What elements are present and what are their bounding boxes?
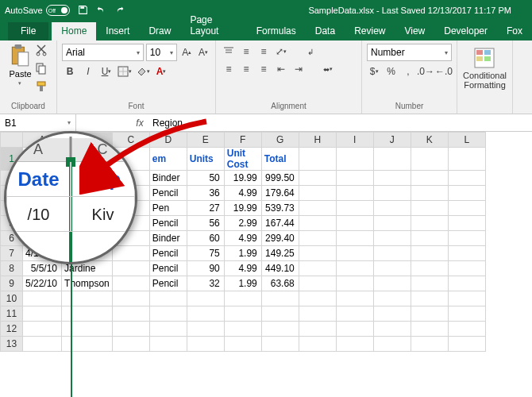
- cell-I9[interactable]: [336, 276, 373, 291]
- cell-H1[interactable]: [299, 148, 336, 171]
- cell-D13[interactable]: [149, 337, 187, 352]
- cell-K13[interactable]: [411, 337, 448, 352]
- cell-L3[interactable]: [448, 186, 485, 201]
- cell-E6[interactable]: 60: [187, 231, 224, 246]
- cell-L10[interactable]: [448, 291, 485, 306]
- cell-H4[interactable]: [299, 201, 336, 216]
- percent-button[interactable]: %: [384, 64, 398, 79]
- col-header-I[interactable]: I: [336, 133, 373, 148]
- cell-H10[interactable]: [299, 291, 336, 306]
- cell-B9[interactable]: Thompson: [62, 276, 113, 291]
- cell-G13[interactable]: [261, 337, 299, 352]
- cell-L7[interactable]: [448, 246, 485, 261]
- cell-F1[interactable]: Unit Cost: [224, 148, 261, 171]
- fx-icon[interactable]: fx: [132, 118, 148, 129]
- cell-D11[interactable]: [149, 306, 187, 322]
- increase-indent-icon[interactable]: ⇥: [291, 61, 306, 77]
- cell-J3[interactable]: [373, 186, 411, 201]
- cell-L12[interactable]: [448, 322, 485, 337]
- cell-H9[interactable]: [299, 276, 336, 291]
- cell-E1[interactable]: Units: [187, 148, 224, 171]
- cell-F8[interactable]: 4.99: [224, 261, 261, 276]
- cell-E5[interactable]: 56: [187, 216, 224, 231]
- cell-A10[interactable]: [23, 291, 62, 306]
- cell-L4[interactable]: [448, 201, 485, 216]
- cell-F10[interactable]: [224, 291, 261, 306]
- cell-I10[interactable]: [336, 291, 373, 306]
- cell-H8[interactable]: [299, 261, 336, 276]
- cell-B10[interactable]: [62, 291, 113, 306]
- cell-I1[interactable]: [336, 148, 373, 171]
- cell-K9[interactable]: [411, 276, 448, 291]
- cell-G7[interactable]: 149.25: [261, 246, 299, 261]
- cell-E9[interactable]: 32: [187, 276, 224, 291]
- copy-icon[interactable]: [35, 62, 48, 78]
- col-header-J[interactable]: J: [373, 133, 411, 148]
- cell-C13[interactable]: [112, 337, 149, 352]
- cell-H7[interactable]: [299, 246, 336, 261]
- row-header-9[interactable]: 9: [1, 276, 23, 291]
- cell-J10[interactable]: [373, 291, 411, 306]
- conditional-formatting-button[interactable]: Conditional Formatting: [463, 47, 507, 90]
- tab-home[interactable]: Home: [52, 22, 96, 40]
- cell-I13[interactable]: [336, 337, 373, 352]
- cell-D7[interactable]: Pencil: [149, 246, 187, 261]
- cell-C11[interactable]: [112, 306, 149, 322]
- cell-G4[interactable]: 539.73: [261, 201, 299, 216]
- cell-F5[interactable]: 2.99: [224, 216, 261, 231]
- cell-G5[interactable]: 167.44: [261, 216, 299, 231]
- cell-H3[interactable]: [299, 186, 336, 201]
- cell-F6[interactable]: 4.99: [224, 231, 261, 246]
- orientation-icon[interactable]: ⤢▾: [273, 44, 289, 60]
- cell-I3[interactable]: [336, 186, 373, 201]
- cell-I4[interactable]: [336, 201, 373, 216]
- cell-H12[interactable]: [299, 322, 336, 337]
- cell-K6[interactable]: [411, 231, 448, 246]
- cell-A9[interactable]: 5/22/10: [23, 276, 62, 291]
- bold-button[interactable]: B: [62, 64, 78, 79]
- formula-bar[interactable]: Region: [148, 118, 532, 129]
- cell-L5[interactable]: [448, 216, 485, 231]
- cell-K2[interactable]: [411, 171, 448, 186]
- italic-button[interactable]: I: [80, 64, 96, 79]
- cell-C7[interactable]: [112, 246, 149, 261]
- cell-G1[interactable]: Total: [261, 148, 299, 171]
- cell-G10[interactable]: [261, 291, 299, 306]
- number-format-combo[interactable]: Number▾: [367, 44, 452, 61]
- cut-icon[interactable]: [35, 44, 48, 60]
- tab-data[interactable]: Data: [306, 22, 345, 40]
- align-middle-icon[interactable]: ≡: [238, 44, 254, 60]
- save-icon[interactable]: [78, 5, 88, 17]
- cell-D5[interactable]: Pencil: [149, 216, 187, 231]
- tab-view[interactable]: View: [395, 22, 434, 40]
- cell-A8[interactable]: 5/5/10: [23, 261, 62, 276]
- align-center-icon[interactable]: ≡: [238, 61, 254, 77]
- currency-button[interactable]: $▾: [367, 64, 381, 79]
- cell-E2[interactable]: 50: [187, 171, 224, 186]
- cell-L6[interactable]: [448, 231, 485, 246]
- cell-B13[interactable]: [62, 337, 113, 352]
- cell-I12[interactable]: [336, 322, 373, 337]
- font-color-button[interactable]: A▾: [153, 64, 169, 79]
- col-header-F[interactable]: F: [224, 133, 261, 148]
- cell-D10[interactable]: [149, 291, 187, 306]
- row-header-13[interactable]: 13: [1, 337, 23, 352]
- increase-font-icon[interactable]: A▴: [179, 45, 194, 60]
- cell-L2[interactable]: [448, 171, 485, 186]
- col-header-E[interactable]: E: [187, 133, 224, 148]
- cell-G8[interactable]: 449.10: [261, 261, 299, 276]
- align-bottom-icon[interactable]: ≡: [256, 44, 272, 60]
- cell-J1[interactable]: [373, 148, 411, 171]
- cell-E10[interactable]: [187, 291, 224, 306]
- cell-L9[interactable]: [448, 276, 485, 291]
- fill-color-button[interactable]: ▾: [135, 64, 151, 79]
- cell-K3[interactable]: [411, 186, 448, 201]
- cell-I5[interactable]: [336, 216, 373, 231]
- col-header-K[interactable]: K: [411, 133, 448, 148]
- cell-L1[interactable]: [448, 148, 485, 171]
- align-right-icon[interactable]: ≡: [256, 61, 272, 77]
- cell-A13[interactable]: [23, 337, 62, 352]
- cell-J4[interactable]: [373, 201, 411, 216]
- row-header-10[interactable]: 10: [1, 291, 23, 306]
- cell-H2[interactable]: [299, 171, 336, 186]
